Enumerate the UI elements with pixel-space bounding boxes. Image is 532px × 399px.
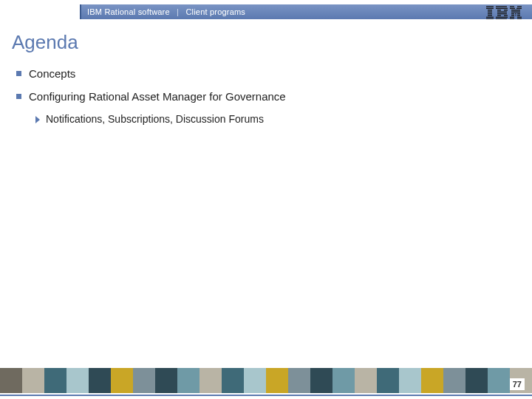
footer-tile	[177, 368, 200, 393]
footer-tile	[488, 368, 510, 393]
slide-header: IBM Rational software | Client programs	[0, 0, 532, 24]
footer-tile	[111, 368, 133, 393]
header-section-text: Client programs	[185, 7, 245, 16]
ibm-logo-icon	[486, 6, 522, 19]
header-spacer	[0, 4, 81, 19]
header-separator: |	[172, 7, 183, 16]
footer-tile	[66, 368, 89, 393]
header-brand-text: IBM Rational software	[87, 7, 170, 16]
footer-tile	[399, 368, 421, 393]
footer-tile	[222, 368, 244, 393]
footer-tile	[377, 368, 399, 393]
footer-tile	[310, 368, 332, 393]
footer-tile	[44, 368, 66, 393]
bullet-text: Configuring Rational Asset Manager for G…	[29, 90, 286, 103]
footer-tile	[288, 368, 310, 393]
footer-tile	[244, 368, 266, 393]
footer-tile	[133, 368, 155, 393]
bullet-level2: Notifications, Subscriptions, Discussion…	[35, 113, 532, 125]
footer-tile	[89, 368, 111, 393]
footer-tile	[443, 368, 466, 393]
header-bar: IBM Rational software | Client programs	[0, 4, 532, 19]
header-brand: IBM Rational software | Client programs	[81, 7, 245, 16]
bullet-text: Notifications, Subscriptions, Discussion…	[46, 113, 264, 125]
slide-footer: 77	[0, 368, 532, 399]
footer-tile	[332, 368, 355, 393]
page-number: 77	[510, 378, 525, 390]
square-bullet-icon	[16, 71, 21, 76]
arrow-bullet-icon	[35, 116, 40, 123]
footer-tile	[0, 368, 22, 393]
bullet-text: Concepts	[29, 67, 75, 80]
footer-tile	[22, 368, 44, 393]
footer-image-strip	[0, 368, 532, 393]
footer-tile	[421, 368, 443, 393]
footer-divider	[0, 395, 532, 396]
slide-content: Concepts Configuring Rational Asset Mana…	[0, 64, 532, 125]
square-bullet-icon	[16, 94, 21, 99]
footer-tile	[466, 368, 488, 393]
footer-tile	[155, 368, 177, 393]
footer-tile	[266, 368, 288, 393]
bullet-level1: Concepts	[16, 67, 532, 80]
bullet-level1: Configuring Rational Asset Manager for G…	[16, 90, 532, 103]
footer-tile	[355, 368, 377, 393]
slide-title: Agenda	[0, 24, 532, 64]
footer-tile	[200, 368, 222, 393]
